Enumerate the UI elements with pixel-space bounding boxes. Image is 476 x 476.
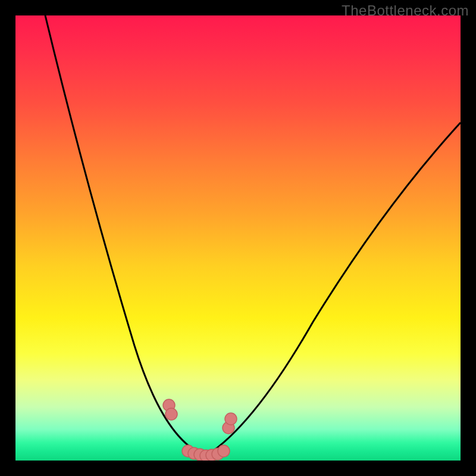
marker-dot bbox=[225, 413, 237, 425]
chart-frame: TheBottleneck.com bbox=[0, 0, 476, 476]
marker-dot bbox=[165, 408, 177, 420]
curve-left bbox=[45, 15, 206, 456]
curve-right bbox=[206, 123, 461, 456]
marker-dot bbox=[218, 445, 230, 457]
chart-svg bbox=[15, 15, 461, 461]
